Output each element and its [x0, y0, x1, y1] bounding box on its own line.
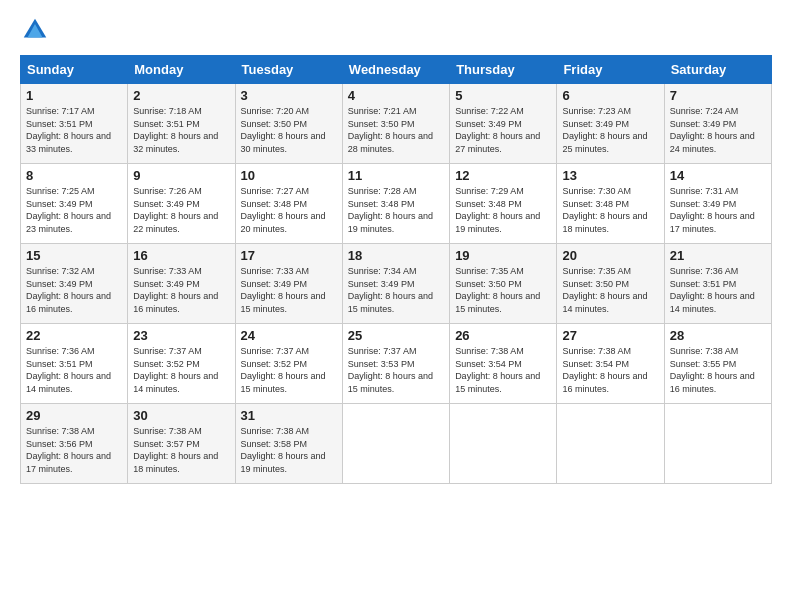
cell-content: Sunrise: 7:24 AM Sunset: 3:49 PM Dayligh…	[670, 105, 766, 155]
header	[20, 15, 772, 45]
day-cell: 17 Sunrise: 7:33 AM Sunset: 3:49 PM Dayl…	[235, 244, 342, 324]
day-cell	[342, 404, 449, 484]
week-row-4: 22 Sunrise: 7:36 AM Sunset: 3:51 PM Dayl…	[21, 324, 772, 404]
cell-content: Sunrise: 7:38 AM Sunset: 3:56 PM Dayligh…	[26, 425, 122, 475]
week-row-2: 8 Sunrise: 7:25 AM Sunset: 3:49 PM Dayli…	[21, 164, 772, 244]
day-cell: 7 Sunrise: 7:24 AM Sunset: 3:49 PM Dayli…	[664, 84, 771, 164]
day-number: 16	[133, 248, 229, 263]
day-cell: 14 Sunrise: 7:31 AM Sunset: 3:49 PM Dayl…	[664, 164, 771, 244]
day-cell: 29 Sunrise: 7:38 AM Sunset: 3:56 PM Dayl…	[21, 404, 128, 484]
cell-content: Sunrise: 7:23 AM Sunset: 3:49 PM Dayligh…	[562, 105, 658, 155]
week-row-3: 15 Sunrise: 7:32 AM Sunset: 3:49 PM Dayl…	[21, 244, 772, 324]
day-number: 30	[133, 408, 229, 423]
day-cell: 4 Sunrise: 7:21 AM Sunset: 3:50 PM Dayli…	[342, 84, 449, 164]
day-cell: 25 Sunrise: 7:37 AM Sunset: 3:53 PM Dayl…	[342, 324, 449, 404]
day-number: 20	[562, 248, 658, 263]
day-number: 9	[133, 168, 229, 183]
day-number: 25	[348, 328, 444, 343]
day-number: 3	[241, 88, 337, 103]
cell-content: Sunrise: 7:36 AM Sunset: 3:51 PM Dayligh…	[26, 345, 122, 395]
cell-content: Sunrise: 7:20 AM Sunset: 3:50 PM Dayligh…	[241, 105, 337, 155]
header-cell-saturday: Saturday	[664, 56, 771, 84]
day-cell: 3 Sunrise: 7:20 AM Sunset: 3:50 PM Dayli…	[235, 84, 342, 164]
day-cell: 10 Sunrise: 7:27 AM Sunset: 3:48 PM Dayl…	[235, 164, 342, 244]
cell-content: Sunrise: 7:38 AM Sunset: 3:54 PM Dayligh…	[455, 345, 551, 395]
week-row-5: 29 Sunrise: 7:38 AM Sunset: 3:56 PM Dayl…	[21, 404, 772, 484]
cell-content: Sunrise: 7:21 AM Sunset: 3:50 PM Dayligh…	[348, 105, 444, 155]
logo-icon	[20, 15, 50, 45]
day-cell: 26 Sunrise: 7:38 AM Sunset: 3:54 PM Dayl…	[450, 324, 557, 404]
cell-content: Sunrise: 7:33 AM Sunset: 3:49 PM Dayligh…	[241, 265, 337, 315]
cell-content: Sunrise: 7:28 AM Sunset: 3:48 PM Dayligh…	[348, 185, 444, 235]
day-number: 28	[670, 328, 766, 343]
header-cell-wednesday: Wednesday	[342, 56, 449, 84]
day-cell: 20 Sunrise: 7:35 AM Sunset: 3:50 PM Dayl…	[557, 244, 664, 324]
cell-content: Sunrise: 7:34 AM Sunset: 3:49 PM Dayligh…	[348, 265, 444, 315]
header-cell-thursday: Thursday	[450, 56, 557, 84]
header-cell-tuesday: Tuesday	[235, 56, 342, 84]
day-number: 6	[562, 88, 658, 103]
day-cell: 31 Sunrise: 7:38 AM Sunset: 3:58 PM Dayl…	[235, 404, 342, 484]
day-number: 7	[670, 88, 766, 103]
day-cell: 19 Sunrise: 7:35 AM Sunset: 3:50 PM Dayl…	[450, 244, 557, 324]
logo	[20, 15, 54, 45]
cell-content: Sunrise: 7:26 AM Sunset: 3:49 PM Dayligh…	[133, 185, 229, 235]
cell-content: Sunrise: 7:38 AM Sunset: 3:58 PM Dayligh…	[241, 425, 337, 475]
header-cell-friday: Friday	[557, 56, 664, 84]
header-row: SundayMondayTuesdayWednesdayThursdayFrid…	[21, 56, 772, 84]
day-number: 31	[241, 408, 337, 423]
cell-content: Sunrise: 7:37 AM Sunset: 3:52 PM Dayligh…	[241, 345, 337, 395]
day-number: 17	[241, 248, 337, 263]
day-number: 15	[26, 248, 122, 263]
cell-content: Sunrise: 7:33 AM Sunset: 3:49 PM Dayligh…	[133, 265, 229, 315]
day-cell	[664, 404, 771, 484]
day-number: 2	[133, 88, 229, 103]
cell-content: Sunrise: 7:38 AM Sunset: 3:55 PM Dayligh…	[670, 345, 766, 395]
day-cell	[450, 404, 557, 484]
day-cell: 28 Sunrise: 7:38 AM Sunset: 3:55 PM Dayl…	[664, 324, 771, 404]
cell-content: Sunrise: 7:18 AM Sunset: 3:51 PM Dayligh…	[133, 105, 229, 155]
day-cell: 8 Sunrise: 7:25 AM Sunset: 3:49 PM Dayli…	[21, 164, 128, 244]
day-number: 13	[562, 168, 658, 183]
day-cell: 16 Sunrise: 7:33 AM Sunset: 3:49 PM Dayl…	[128, 244, 235, 324]
cell-content: Sunrise: 7:17 AM Sunset: 3:51 PM Dayligh…	[26, 105, 122, 155]
cell-content: Sunrise: 7:25 AM Sunset: 3:49 PM Dayligh…	[26, 185, 122, 235]
day-number: 22	[26, 328, 122, 343]
cell-content: Sunrise: 7:35 AM Sunset: 3:50 PM Dayligh…	[455, 265, 551, 315]
day-cell	[557, 404, 664, 484]
cell-content: Sunrise: 7:38 AM Sunset: 3:54 PM Dayligh…	[562, 345, 658, 395]
day-cell: 5 Sunrise: 7:22 AM Sunset: 3:49 PM Dayli…	[450, 84, 557, 164]
cell-content: Sunrise: 7:30 AM Sunset: 3:48 PM Dayligh…	[562, 185, 658, 235]
day-cell: 11 Sunrise: 7:28 AM Sunset: 3:48 PM Dayl…	[342, 164, 449, 244]
day-number: 21	[670, 248, 766, 263]
day-cell: 1 Sunrise: 7:17 AM Sunset: 3:51 PM Dayli…	[21, 84, 128, 164]
day-cell: 24 Sunrise: 7:37 AM Sunset: 3:52 PM Dayl…	[235, 324, 342, 404]
day-number: 26	[455, 328, 551, 343]
day-number: 1	[26, 88, 122, 103]
cell-content: Sunrise: 7:36 AM Sunset: 3:51 PM Dayligh…	[670, 265, 766, 315]
header-cell-monday: Monday	[128, 56, 235, 84]
cell-content: Sunrise: 7:29 AM Sunset: 3:48 PM Dayligh…	[455, 185, 551, 235]
cell-content: Sunrise: 7:35 AM Sunset: 3:50 PM Dayligh…	[562, 265, 658, 315]
cell-content: Sunrise: 7:31 AM Sunset: 3:49 PM Dayligh…	[670, 185, 766, 235]
cell-content: Sunrise: 7:32 AM Sunset: 3:49 PM Dayligh…	[26, 265, 122, 315]
day-number: 23	[133, 328, 229, 343]
cell-content: Sunrise: 7:22 AM Sunset: 3:49 PM Dayligh…	[455, 105, 551, 155]
day-number: 12	[455, 168, 551, 183]
day-number: 29	[26, 408, 122, 423]
day-cell: 27 Sunrise: 7:38 AM Sunset: 3:54 PM Dayl…	[557, 324, 664, 404]
day-number: 11	[348, 168, 444, 183]
cell-content: Sunrise: 7:38 AM Sunset: 3:57 PM Dayligh…	[133, 425, 229, 475]
cell-content: Sunrise: 7:37 AM Sunset: 3:52 PM Dayligh…	[133, 345, 229, 395]
day-number: 19	[455, 248, 551, 263]
day-number: 4	[348, 88, 444, 103]
day-number: 27	[562, 328, 658, 343]
day-cell: 12 Sunrise: 7:29 AM Sunset: 3:48 PM Dayl…	[450, 164, 557, 244]
day-cell: 30 Sunrise: 7:38 AM Sunset: 3:57 PM Dayl…	[128, 404, 235, 484]
day-cell: 23 Sunrise: 7:37 AM Sunset: 3:52 PM Dayl…	[128, 324, 235, 404]
day-cell: 9 Sunrise: 7:26 AM Sunset: 3:49 PM Dayli…	[128, 164, 235, 244]
day-cell: 18 Sunrise: 7:34 AM Sunset: 3:49 PM Dayl…	[342, 244, 449, 324]
day-number: 5	[455, 88, 551, 103]
day-number: 18	[348, 248, 444, 263]
day-cell: 22 Sunrise: 7:36 AM Sunset: 3:51 PM Dayl…	[21, 324, 128, 404]
